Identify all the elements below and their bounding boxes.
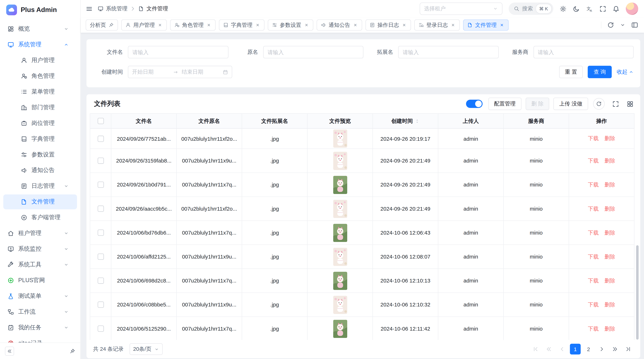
layout-panel-icon[interactable] (631, 21, 638, 28)
next-page-button[interactable] (596, 344, 607, 355)
row-delete-link[interactable]: 删除 (604, 157, 615, 164)
pin-icon[interactable] (70, 348, 75, 354)
notification-bell-icon[interactable] (612, 5, 620, 12)
sidebar-item[interactable]: gitee记录 (4, 336, 77, 343)
download-link[interactable]: 下载 (588, 301, 598, 308)
table-fullscreen-icon[interactable] (612, 100, 619, 107)
row-delete-link[interactable]: 删除 (604, 325, 615, 332)
sidebar-item[interactable]: 日志管理 (4, 179, 77, 193)
row-checkbox[interactable] (98, 135, 104, 142)
tenant-select[interactable]: 选择租户 (420, 2, 502, 15)
tab-7[interactable]: 登录日志 × (414, 19, 460, 30)
table-row[interactable]: 2024/09/26/1b0d791... 007u2bluly1hrr11x7… (90, 173, 634, 197)
sidebar-item[interactable]: 部门管理 (4, 100, 77, 115)
row-checkbox[interactable] (98, 278, 104, 284)
sidebar-item[interactable]: 通知公告 (4, 163, 77, 178)
table-row[interactable]: 2024/09/26/77521ab... 007u2bluly1hrr11xf… (90, 129, 634, 149)
row-delete-link[interactable]: 删除 (604, 229, 615, 237)
fast-next-button[interactable] (610, 344, 620, 355)
delete-button[interactable]: 删 除 (526, 98, 549, 110)
table-row[interactable]: 2024/09/26/aacc9b5c... 007u2bluly1hrr11x… (90, 197, 634, 221)
toggle-switch[interactable] (466, 100, 483, 108)
close-icon[interactable]: × (352, 22, 358, 28)
file-preview-image[interactable] (333, 296, 347, 314)
query-button[interactable]: 查 询 (588, 66, 612, 78)
close-icon[interactable]: × (450, 22, 456, 28)
sidebar-item[interactable]: 客户端管理 (4, 210, 77, 225)
row-checkbox[interactable] (98, 157, 104, 164)
download-link[interactable]: 下载 (588, 229, 598, 237)
dark-mode-moon-icon[interactable] (573, 5, 580, 12)
row-delete-link[interactable]: 删除 (604, 181, 615, 188)
row-checkbox[interactable] (98, 254, 104, 260)
table-row[interactable]: 2024/10/06/698d2c8... 007u2bluly1hrr11x7… (90, 269, 634, 293)
refresh-icon[interactable] (607, 21, 614, 28)
close-icon[interactable]: × (157, 22, 162, 28)
filter-input-2[interactable] (398, 46, 498, 58)
sidebar-item[interactable]: 测试菜单 (4, 289, 77, 304)
close-icon[interactable]: × (206, 22, 212, 28)
row-delete-link[interactable]: 删除 (604, 253, 615, 261)
close-icon[interactable]: × (304, 22, 309, 28)
download-link[interactable]: 下载 (588, 205, 598, 212)
sidebar-item[interactable]: 菜单管理 (4, 84, 77, 99)
row-delete-link[interactable]: 删除 (604, 135, 615, 142)
filter-input-0[interactable] (128, 46, 228, 58)
sort-icon[interactable] (414, 118, 420, 124)
tab-3[interactable]: 字典管理 × (219, 19, 264, 30)
file-preview-image[interactable] (333, 320, 347, 338)
translate-icon[interactable]: 文A (586, 5, 593, 12)
download-link[interactable]: 下载 (588, 253, 598, 261)
global-search[interactable]: 搜索 ⌘ K (508, 2, 553, 15)
sidebar-item[interactable]: 文件管理 (4, 194, 77, 209)
row-delete-link[interactable]: 删除 (604, 301, 615, 308)
file-preview-image[interactable] (333, 248, 347, 266)
row-delete-link[interactable]: 删除 (604, 205, 615, 212)
close-icon[interactable]: × (255, 22, 260, 28)
pin-icon[interactable] (108, 22, 114, 28)
config-management-button[interactable]: 配置管理 (488, 98, 521, 110)
select-all-checkbox[interactable] (98, 118, 104, 124)
tab-2[interactable]: 角色管理 × (170, 19, 216, 30)
sidebar-item[interactable]: 参数设置 (4, 147, 77, 162)
tab-8[interactable]: 文件管理 × (463, 19, 508, 30)
row-checkbox[interactable] (98, 206, 104, 212)
download-link[interactable]: 下载 (588, 325, 598, 332)
reset-button[interactable]: 重 置 (559, 66, 583, 78)
fast-prev-button[interactable] (544, 344, 554, 355)
sidebar-item[interactable]: 用户管理 (4, 53, 77, 68)
collapse-filters-link[interactable]: 收起 (617, 68, 634, 76)
row-checkbox[interactable] (98, 182, 104, 188)
file-preview-image[interactable] (333, 152, 347, 170)
file-preview-image[interactable] (333, 200, 347, 218)
prev-page-button[interactable] (557, 344, 568, 355)
row-checkbox[interactable] (98, 230, 104, 236)
sidebar-item[interactable]: 岗位管理 (4, 116, 77, 131)
page-size-select[interactable]: 20条/页 (129, 343, 162, 355)
table-row[interactable]: 2024/09/26/3159fab8... 007u2bluly1hrr11x… (90, 149, 634, 173)
sidebar-item[interactable]: 概览 (4, 21, 77, 36)
collapse-sidebar-button[interactable] (5, 347, 14, 356)
tab-1[interactable]: 用户管理 × (121, 19, 167, 30)
chevron-down-icon[interactable] (620, 22, 626, 28)
tab-4[interactable]: 参数设置 × (268, 19, 313, 30)
tab-0[interactable]: 分析页 (86, 19, 118, 30)
date-range-picker[interactable]: 开始日期 结束日期 (128, 66, 232, 78)
column-settings-icon[interactable] (627, 100, 634, 107)
file-preview-image[interactable] (333, 129, 347, 148)
row-checkbox[interactable] (98, 326, 104, 332)
table-row[interactable]: 2024/10/06/5125290... 007u2bluly1hrr11x7… (90, 317, 634, 340)
settings-gear-icon[interactable] (560, 5, 566, 12)
sidebar-item[interactable]: 系统管理 (4, 37, 77, 52)
download-link[interactable]: 下载 (588, 157, 598, 164)
file-preview-image[interactable] (333, 224, 347, 242)
first-page-button[interactable] (530, 344, 541, 355)
table-row[interactable]: 2024/10/06/bd76db6... 007u2bluly1hrr11x7… (90, 221, 634, 245)
sidebar-item[interactable]: PLUS官网 (4, 273, 77, 288)
page-button-1[interactable]: 1 (570, 344, 581, 355)
sidebar-item[interactable]: 工作流 (4, 305, 77, 319)
file-preview-image[interactable] (333, 272, 347, 290)
table-row[interactable]: 2024/10/06/c08bbe5... 007u2bluly1hrr11x9… (90, 293, 634, 317)
vertical-scrollbar[interactable] (636, 245, 639, 340)
sidebar-item[interactable]: 系统监控 (4, 242, 77, 256)
